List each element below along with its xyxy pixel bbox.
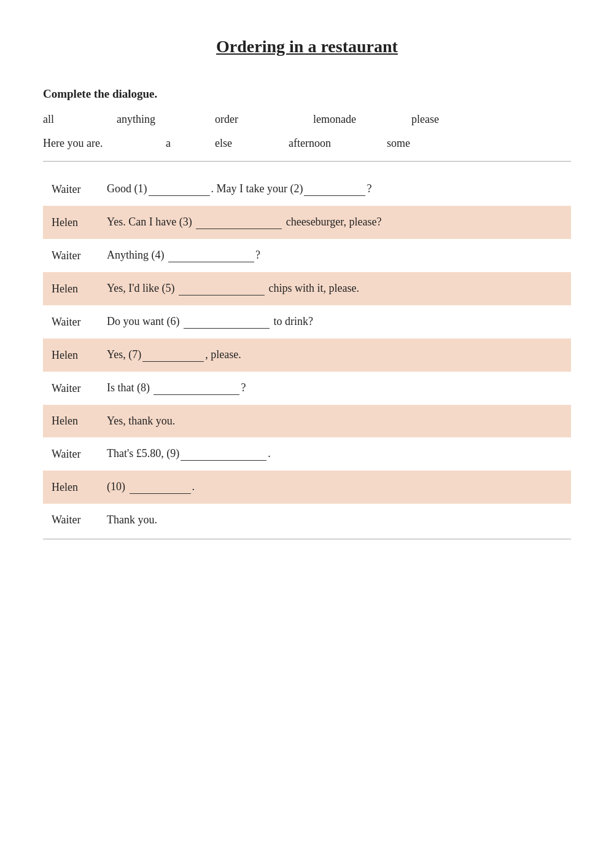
line-helen-3: Yes, (7) , please. <box>98 338 571 372</box>
speaker-waiter-5: Waiter <box>43 437 98 471</box>
speaker-helen-3: Helen <box>43 338 98 372</box>
blank-8 <box>154 381 239 395</box>
line-waiter-4: Is that (8) ? <box>98 372 571 405</box>
blank-3 <box>196 216 282 229</box>
table-row: Waiter Is that (8) ? <box>43 372 571 405</box>
word-all: all <box>43 113 117 126</box>
table-row: Helen (10) . <box>43 471 571 504</box>
table-row: Helen Yes, (7) , please. <box>43 338 571 372</box>
word-afternoon: afternoon <box>289 137 387 150</box>
speaker-helen-4: Helen <box>43 405 98 437</box>
blank-2 <box>304 182 365 196</box>
word-bank-row-1: all anything order lemonade please <box>43 113 571 126</box>
speaker-waiter-6: Waiter <box>43 504 98 536</box>
dialogue-table: Waiter Good (1) . May I take your (2) ? … <box>43 173 571 536</box>
blank-7 <box>142 348 204 362</box>
line-helen-2: Yes, I'd like (5) chips with it, please. <box>98 272 571 305</box>
instruction: Complete the dialogue. <box>43 87 571 101</box>
page-title: Ordering in a restaurant <box>43 37 571 57</box>
blank-1 <box>149 182 210 196</box>
line-waiter-6: Thank you. <box>98 504 571 536</box>
speaker-helen-5: Helen <box>43 471 98 504</box>
speaker-waiter-4: Waiter <box>43 372 98 405</box>
table-row: Waiter Anything (4) ? <box>43 239 571 272</box>
table-row: Helen Yes, I'd like (5) chips with it, p… <box>43 272 571 305</box>
table-row: Waiter That's £5.80, (9) . <box>43 437 571 471</box>
speaker-helen-2: Helen <box>43 272 98 305</box>
line-waiter-2: Anything (4) ? <box>98 239 571 272</box>
speaker-waiter-3: Waiter <box>43 305 98 338</box>
line-waiter-5: That's £5.80, (9) . <box>98 437 571 471</box>
word-please: please <box>411 113 510 126</box>
line-waiter-3: Do you want (6) to drink? <box>98 305 571 338</box>
blank-4 <box>168 249 254 262</box>
bottom-divider <box>43 539 571 539</box>
word-bank: all anything order lemonade please Here … <box>43 113 571 150</box>
line-helen-1: Yes. Can I have (3) cheeseburger, please… <box>98 206 571 239</box>
word-a: a <box>166 137 215 150</box>
blank-5 <box>179 282 265 295</box>
blank-9 <box>181 447 266 461</box>
line-helen-4: Yes, thank you. <box>98 405 571 437</box>
word-order: order <box>215 113 313 126</box>
line-waiter-1: Good (1) . May I take your (2) ? <box>98 173 571 206</box>
blank-6 <box>184 315 270 329</box>
table-row: Waiter Good (1) . May I take your (2) ? <box>43 173 571 206</box>
table-row: Helen Yes, thank you. <box>43 405 571 437</box>
blank-10 <box>130 480 191 494</box>
speaker-waiter-2: Waiter <box>43 239 98 272</box>
speaker-waiter-1: Waiter <box>43 173 98 206</box>
top-divider <box>43 161 571 162</box>
word-anything: anything <box>117 113 215 126</box>
word-some: some <box>387 137 485 150</box>
table-row: Waiter Thank you. <box>43 504 571 536</box>
word-lemonade: lemonade <box>313 113 411 126</box>
line-helen-5: (10) . <box>98 471 571 504</box>
table-row: Helen Yes. Can I have (3) cheeseburger, … <box>43 206 571 239</box>
table-row: Waiter Do you want (6) to drink? <box>43 305 571 338</box>
word-bank-row-2: Here you are. a else afternoon some <box>43 137 571 150</box>
word-here-you-are: Here you are. <box>43 137 166 150</box>
word-else: else <box>215 137 289 150</box>
speaker-helen-1: Helen <box>43 206 98 239</box>
